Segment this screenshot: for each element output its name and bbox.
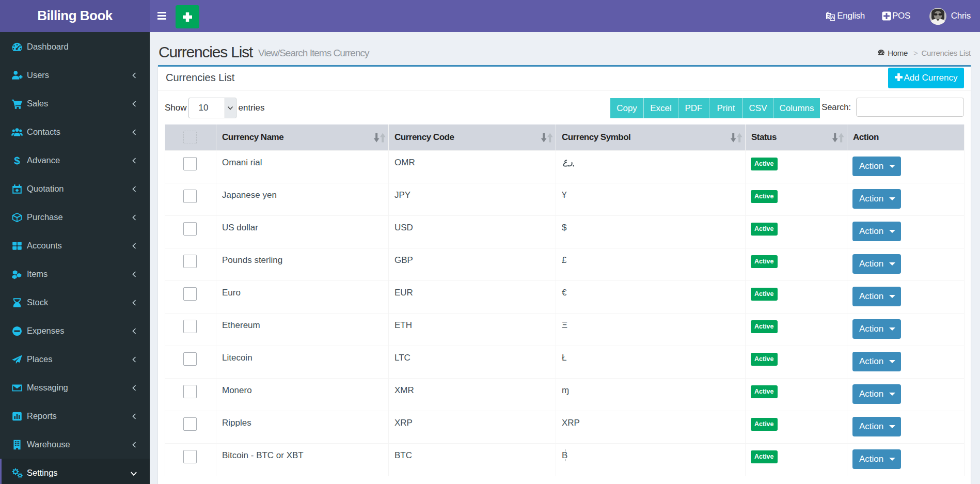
svg-text:A: A [831, 14, 834, 20]
svg-text:$: $ [14, 155, 20, 166]
